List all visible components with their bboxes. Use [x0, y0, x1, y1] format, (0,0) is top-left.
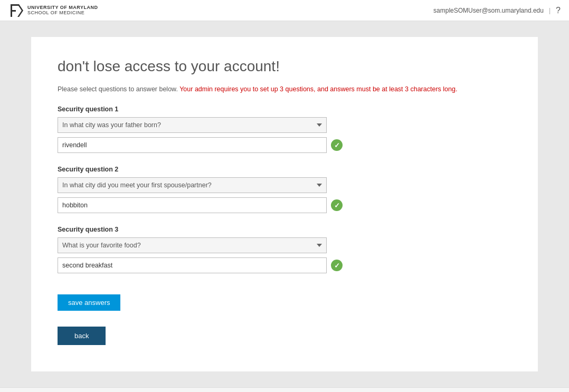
question-dropdown-3[interactable]: What is your favorite food?What was your… [58, 237, 327, 253]
logo: University of Maryland School of Medicin… [8, 3, 98, 18]
app-header: University of Maryland School of Medicin… [0, 0, 569, 21]
logo-text: University of Maryland School of Medicin… [27, 5, 98, 16]
question-section-2: Security question 2 In what city did you… [58, 166, 511, 213]
header-separator: | [549, 7, 551, 14]
answer-row-2: ✓ [58, 197, 511, 213]
page-title: don't lose access to your account! [58, 58, 511, 75]
save-answers-button[interactable]: save answers [58, 294, 120, 311]
svg-marker-3 [17, 4, 23, 17]
valid-icon-3: ✓ [331, 260, 343, 271]
instruction-warning: Your admin requires you to set up 3 ques… [179, 85, 457, 93]
question-section-1: Security question 1 In what city was you… [58, 106, 511, 153]
main-wrapper: don't lose access to your account! Pleas… [0, 21, 569, 387]
instruction-text: Please select questions to answer below.… [58, 85, 511, 93]
question-dropdown-2[interactable]: In what city did you meet your first spo… [58, 177, 327, 193]
question-section-3: Security question 3 What is your favorit… [58, 226, 511, 273]
section-label-3: Security question 3 [58, 226, 511, 233]
answer-input-3[interactable] [58, 257, 327, 273]
header-right: sampleSOMUser@som.umaryland.edu | ? [433, 6, 561, 15]
answer-row-1: ✓ [58, 137, 511, 153]
content-card: don't lose access to your account! Pleas… [31, 37, 538, 371]
user-email: sampleSOMUser@som.umaryland.edu [433, 7, 544, 14]
section-label-2: Security question 2 [58, 166, 511, 173]
back-button[interactable]: back [58, 327, 106, 345]
logo-icon [8, 3, 23, 18]
answer-input-1[interactable] [58, 137, 327, 153]
answer-input-2[interactable] [58, 197, 327, 213]
svg-rect-2 [11, 10, 16, 12]
question-dropdown-1[interactable]: In what city was your father born?What w… [58, 117, 327, 133]
answer-row-3: ✓ [58, 257, 511, 273]
help-icon[interactable]: ? [556, 6, 561, 15]
valid-icon-1: ✓ [331, 139, 343, 151]
instruction-plain: Please select questions to answer below. [58, 85, 179, 93]
section-label-1: Security question 1 [58, 106, 511, 113]
app-footer: ©2022 Microsoft Legal | Privacy Your ses… [0, 387, 569, 392]
valid-icon-2: ✓ [331, 199, 343, 211]
logo-line2: School of Medicine [27, 11, 98, 16]
